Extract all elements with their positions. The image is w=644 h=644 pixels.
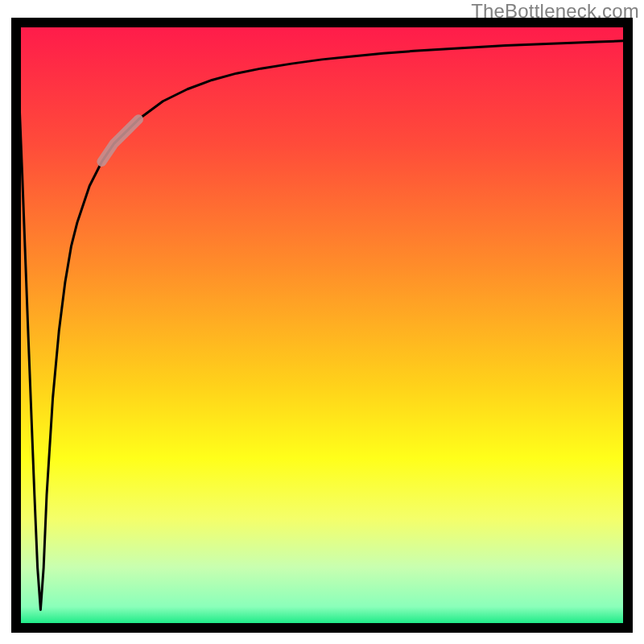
chart-stage: TheBottleneck.com xyxy=(0,0,644,644)
plot-background xyxy=(16,23,628,628)
bottleneck-chart xyxy=(0,0,644,644)
